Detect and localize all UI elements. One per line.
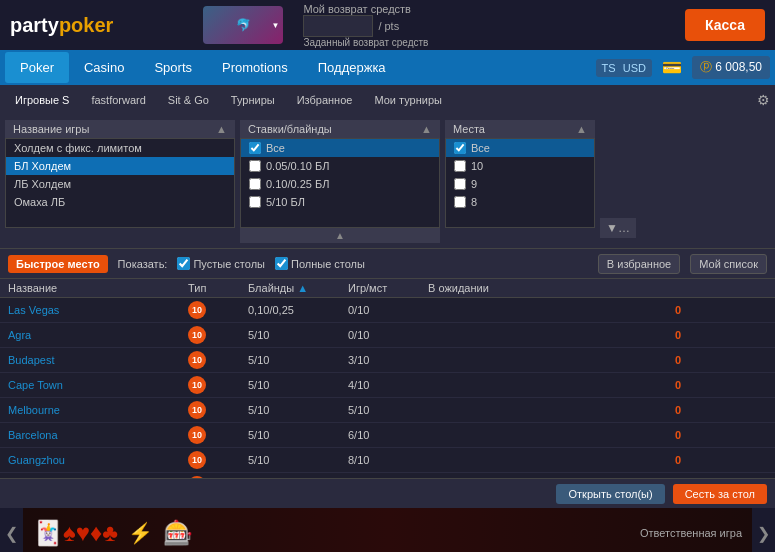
table-row[interactable]: Guangzhou 10 5/10 8/10 0 bbox=[0, 448, 775, 473]
filter-game-item-0[interactable]: Холдем с фикс. лимитом bbox=[6, 139, 234, 157]
filter-col-game: Название игры ▲ Холдем с фикс. лимитом Б… bbox=[5, 120, 235, 243]
cell-table-name: Agra bbox=[8, 329, 188, 341]
cell-table-name: Las Vegas bbox=[8, 304, 188, 316]
filter-col-seats: Места ▲ Все 10 9 8 bbox=[445, 120, 595, 243]
filter-game-label-0: Холдем с фикс. лимитом bbox=[14, 142, 142, 154]
full-tables-label[interactable]: Полные столы bbox=[275, 257, 365, 270]
nav-item-casino[interactable]: Casino bbox=[69, 52, 139, 83]
wallet-icon: 💳 bbox=[662, 58, 682, 77]
banner-next-arrow[interactable]: ❯ bbox=[752, 524, 775, 543]
quick-seat-button[interactable]: Быстрое место bbox=[8, 255, 108, 273]
table-rows: Las Vegas 10 0,10/0,25 0/10 0 Agra 10 5/… bbox=[0, 298, 775, 478]
filter-stakes-list: Все 0.05/0.10 БЛ 0.10/0.25 БЛ 5/10 БЛ bbox=[240, 138, 440, 228]
filter-stakes-item-3[interactable]: 5/10 БЛ bbox=[241, 193, 439, 211]
sort-game-icon[interactable]: ▲ bbox=[216, 123, 227, 135]
show-label: Показать: bbox=[118, 258, 168, 270]
sort-stakes-icon[interactable]: ▲ bbox=[421, 123, 432, 135]
banner-prev-arrow[interactable]: ❮ bbox=[0, 524, 23, 543]
nav-item-support[interactable]: Поддержка bbox=[303, 52, 401, 83]
filter-game-item-1[interactable]: БЛ Холдем bbox=[6, 157, 234, 175]
cell-waiting: 0 bbox=[675, 454, 755, 466]
col-players: Игр/мст bbox=[348, 282, 428, 294]
open-table-button[interactable]: Открыть стол(ы) bbox=[556, 484, 664, 504]
table-row[interactable]: Agra 10 5/10 0/10 0 bbox=[0, 323, 775, 348]
subnav-item-fastforward[interactable]: fastforward bbox=[81, 89, 155, 111]
nav-right: TS USD 💳 ⓟ 6 008,50 bbox=[596, 56, 770, 79]
nav-item-promotions[interactable]: Promotions bbox=[207, 52, 303, 83]
banner-cards-right: 🎰 bbox=[163, 519, 193, 547]
seats-checkbox-0[interactable] bbox=[454, 142, 466, 154]
filter-header-seats: Места ▲ bbox=[445, 120, 595, 138]
table-row[interactable]: Las Vegas 10 0,10/0,25 0/10 0 bbox=[0, 298, 775, 323]
stakes-checkbox-1[interactable] bbox=[249, 160, 261, 172]
filter-seats-item-1[interactable]: 10 bbox=[446, 157, 594, 175]
empty-tables-checkbox[interactable] bbox=[177, 257, 190, 270]
filter-seats-item-3[interactable]: 8 bbox=[446, 193, 594, 211]
ts-icon: TS bbox=[602, 62, 616, 74]
favorites-button[interactable]: В избранное bbox=[598, 254, 680, 274]
seats-checkbox-1[interactable] bbox=[454, 160, 466, 172]
filter-stakes-item-0[interactable]: Все bbox=[241, 139, 439, 157]
nav-item-poker[interactable]: Poker bbox=[5, 52, 69, 83]
col-type: Тип bbox=[188, 282, 248, 294]
seats-checkbox-2[interactable] bbox=[454, 178, 466, 190]
pts-row: / pts bbox=[303, 15, 428, 37]
table-row[interactable]: Cape Town 10 5/10 4/10 0 bbox=[0, 373, 775, 398]
filter-options-button[interactable]: ▼… bbox=[600, 218, 636, 238]
full-tables-checkbox[interactable] bbox=[275, 257, 288, 270]
empty-tables-label[interactable]: Пустые столы bbox=[177, 257, 265, 270]
type-badge: 10 bbox=[188, 401, 206, 419]
seats-checkbox-3[interactable] bbox=[454, 196, 466, 208]
kassa-button[interactable]: Касса bbox=[685, 9, 765, 41]
stakes-scroll-up[interactable]: ▲ bbox=[240, 228, 440, 243]
subnav-item-tournaments[interactable]: Турниры bbox=[221, 89, 285, 111]
stakes-label-0: Все bbox=[266, 142, 285, 154]
banner-right: Ответственная игра bbox=[640, 527, 742, 539]
filter-seats-item-2[interactable]: 9 bbox=[446, 175, 594, 193]
cell-blinds: 5/10 bbox=[248, 354, 348, 366]
sit-down-button[interactable]: Сесть за стол bbox=[673, 484, 767, 504]
table-row[interactable]: Melbourne 10 5/10 5/10 0 bbox=[0, 398, 775, 423]
col-blinds-sort[interactable]: ▲ bbox=[297, 282, 308, 294]
balance-value: 6 008,50 bbox=[715, 60, 762, 74]
cell-players: 0/10 bbox=[348, 329, 428, 341]
filter-col-stakes: Ставки/блайнды ▲ Все 0.05/0.10 БЛ 0.10/0… bbox=[240, 120, 440, 243]
stakes-checkbox-0[interactable] bbox=[249, 142, 261, 154]
sort-seats-icon[interactable]: ▲ bbox=[576, 123, 587, 135]
filter-game-item-2[interactable]: ЛБ Холдем bbox=[6, 175, 234, 193]
subnav-item-favorites[interactable]: Избранное bbox=[287, 89, 363, 111]
subnav-item-my-tournaments[interactable]: Мои турниры bbox=[364, 89, 452, 111]
cell-blinds: 5/10 bbox=[248, 404, 348, 416]
filter-game-label-1: БЛ Холдем bbox=[14, 160, 71, 172]
cell-table-type: 10 bbox=[188, 426, 248, 444]
type-badge: 10 bbox=[188, 376, 206, 394]
nav-item-sports[interactable]: Sports bbox=[139, 52, 207, 83]
stakes-checkbox-3[interactable] bbox=[249, 196, 261, 208]
type-badge: 10 bbox=[188, 301, 206, 319]
subnav-item-igrovye[interactable]: Игровые S bbox=[5, 89, 79, 111]
type-badge: 10 bbox=[188, 451, 206, 469]
cell-blinds: 5/10 bbox=[248, 379, 348, 391]
table-row[interactable]: Budapest 10 5/10 3/10 0 bbox=[0, 348, 775, 373]
cell-blinds: 5/10 bbox=[248, 454, 348, 466]
filter-game-item-3[interactable]: Омаха ЛБ bbox=[6, 193, 234, 211]
filter-seats-item-0[interactable]: Все bbox=[446, 139, 594, 157]
cell-players: 4/10 bbox=[348, 379, 428, 391]
filter-stakes-item-1[interactable]: 0.05/0.10 БЛ bbox=[241, 157, 439, 175]
cell-table-type: 10 bbox=[188, 376, 248, 394]
subnav-item-sitgo[interactable]: Sit & Go bbox=[158, 89, 219, 111]
table-header: Название Тип Блайнды ▲ Игр/мст В ожидани… bbox=[0, 279, 775, 298]
pts-input[interactable] bbox=[303, 15, 373, 37]
stakes-checkbox-2[interactable] bbox=[249, 178, 261, 190]
my-list-button[interactable]: Мой список bbox=[690, 254, 767, 274]
filter-stakes-item-2[interactable]: 0.10/0.25 БЛ bbox=[241, 175, 439, 193]
avatar-box[interactable]: 🐬 bbox=[203, 6, 283, 44]
settings-icon[interactable]: ⚙ bbox=[757, 92, 770, 108]
cell-table-type: 10 bbox=[188, 451, 248, 469]
table-row[interactable]: Barcelona 10 5/10 6/10 0 bbox=[0, 423, 775, 448]
cashback-title: Мой возврат средств bbox=[303, 3, 428, 15]
col-blinds-label: Блайнды bbox=[248, 282, 294, 294]
cell-waiting: 0 bbox=[675, 404, 755, 416]
cell-table-type: 10 bbox=[188, 351, 248, 369]
cell-players: 8/10 bbox=[348, 454, 428, 466]
